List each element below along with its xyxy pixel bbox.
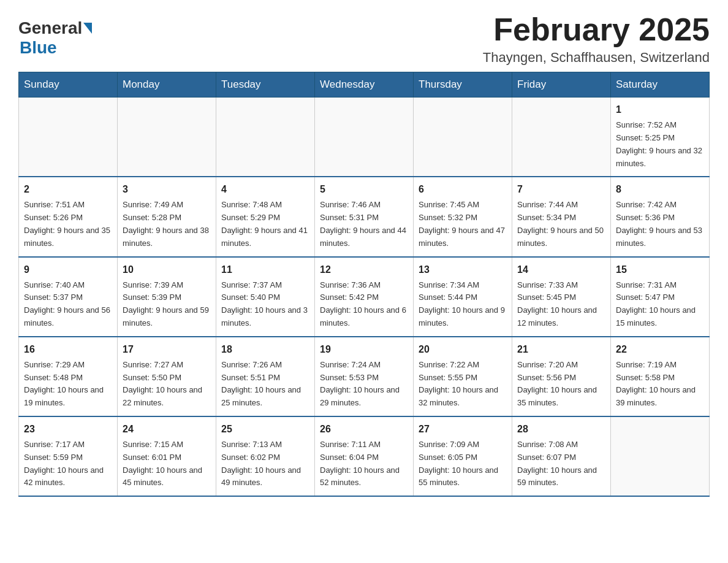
day-sun-info: Sunrise: 7:22 AMSunset: 5:55 PMDaylight:… [419, 359, 507, 410]
day-sun-info: Sunrise: 7:40 AMSunset: 5:37 PMDaylight:… [24, 279, 112, 330]
calendar-week-row: 23Sunrise: 7:17 AMSunset: 5:59 PMDayligh… [19, 416, 710, 496]
day-number: 13 [419, 262, 507, 277]
calendar-day-cell: 21Sunrise: 7:20 AMSunset: 5:56 PMDayligh… [512, 337, 611, 416]
day-number: 23 [24, 422, 112, 437]
calendar-day-cell: 8Sunrise: 7:42 AMSunset: 5:36 PMDaylight… [611, 177, 710, 256]
calendar-week-row: 2Sunrise: 7:51 AMSunset: 5:26 PMDaylight… [19, 177, 710, 256]
day-of-week-header: Friday [512, 72, 611, 98]
day-sun-info: Sunrise: 7:39 AMSunset: 5:39 PMDaylight:… [123, 279, 211, 330]
day-sun-info: Sunrise: 7:34 AMSunset: 5:44 PMDaylight:… [419, 279, 507, 330]
day-sun-info: Sunrise: 7:08 AMSunset: 6:07 PMDaylight:… [517, 439, 605, 489]
calendar-day-cell: 1Sunrise: 7:52 AMSunset: 5:25 PMDaylight… [611, 98, 710, 177]
day-sun-info: Sunrise: 7:13 AMSunset: 6:02 PMDaylight:… [221, 439, 309, 489]
day-number: 4 [221, 182, 309, 197]
day-number: 12 [320, 262, 408, 277]
calendar-day-cell: 16Sunrise: 7:29 AMSunset: 5:48 PMDayligh… [19, 337, 118, 416]
day-number: 16 [24, 342, 112, 357]
calendar-day-cell: 12Sunrise: 7:36 AMSunset: 5:42 PMDayligh… [315, 257, 414, 337]
day-sun-info: Sunrise: 7:52 AMSunset: 5:25 PMDaylight:… [616, 119, 704, 170]
day-of-week-header: Monday [118, 72, 216, 98]
day-sun-info: Sunrise: 7:20 AMSunset: 5:56 PMDaylight:… [517, 359, 605, 410]
day-number: 22 [616, 342, 704, 357]
logo: General Blue [18, 18, 92, 58]
day-sun-info: Sunrise: 7:37 AMSunset: 5:40 PMDaylight:… [221, 279, 309, 330]
calendar-day-cell [611, 416, 710, 496]
calendar-day-cell: 9Sunrise: 7:40 AMSunset: 5:37 PMDaylight… [19, 257, 118, 337]
day-number: 20 [419, 342, 507, 357]
calendar-day-cell [118, 98, 216, 177]
day-sun-info: Sunrise: 7:46 AMSunset: 5:31 PMDaylight:… [320, 199, 408, 250]
day-sun-info: Sunrise: 7:26 AMSunset: 5:51 PMDaylight:… [221, 359, 309, 410]
page-header: General Blue February 2025 Thayngen, Sch… [18, 12, 710, 66]
day-number: 1 [616, 102, 704, 117]
day-sun-info: Sunrise: 7:33 AMSunset: 5:45 PMDaylight:… [517, 279, 605, 330]
calendar-day-cell: 15Sunrise: 7:31 AMSunset: 5:47 PMDayligh… [611, 257, 710, 337]
day-sun-info: Sunrise: 7:09 AMSunset: 6:05 PMDaylight:… [419, 439, 507, 489]
day-sun-info: Sunrise: 7:19 AMSunset: 5:58 PMDaylight:… [616, 359, 704, 410]
day-number: 15 [616, 262, 704, 277]
day-of-week-header: Sunday [19, 72, 118, 98]
calendar-day-cell: 17Sunrise: 7:27 AMSunset: 5:50 PMDayligh… [118, 337, 216, 416]
day-of-week-header: Thursday [414, 72, 512, 98]
logo-general-text: General [18, 18, 82, 38]
day-number: 28 [517, 422, 605, 437]
calendar-day-cell [19, 98, 118, 177]
day-sun-info: Sunrise: 7:15 AMSunset: 6:01 PMDaylight:… [123, 439, 211, 489]
calendar-day-cell: 10Sunrise: 7:39 AMSunset: 5:39 PMDayligh… [118, 257, 216, 337]
day-sun-info: Sunrise: 7:48 AMSunset: 5:29 PMDaylight:… [221, 199, 309, 250]
day-number: 18 [221, 342, 309, 357]
day-number: 11 [221, 262, 309, 277]
logo-blue-text: Blue [20, 38, 57, 58]
day-number: 5 [320, 182, 408, 197]
calendar-day-cell: 27Sunrise: 7:09 AMSunset: 6:05 PMDayligh… [414, 416, 512, 496]
day-number: 10 [123, 262, 211, 277]
calendar-day-cell: 20Sunrise: 7:22 AMSunset: 5:55 PMDayligh… [414, 337, 512, 416]
calendar-table: SundayMondayTuesdayWednesdayThursdayFrid… [18, 72, 710, 497]
day-number: 21 [517, 342, 605, 357]
day-number: 25 [221, 422, 309, 437]
calendar-week-row: 16Sunrise: 7:29 AMSunset: 5:48 PMDayligh… [19, 337, 710, 416]
day-of-week-header: Tuesday [216, 72, 315, 98]
day-sun-info: Sunrise: 7:44 AMSunset: 5:34 PMDaylight:… [517, 199, 605, 250]
day-sun-info: Sunrise: 7:24 AMSunset: 5:53 PMDaylight:… [320, 359, 408, 410]
day-sun-info: Sunrise: 7:51 AMSunset: 5:26 PMDaylight:… [24, 199, 112, 250]
day-sun-info: Sunrise: 7:31 AMSunset: 5:47 PMDaylight:… [616, 279, 704, 330]
calendar-day-cell: 13Sunrise: 7:34 AMSunset: 5:44 PMDayligh… [414, 257, 512, 337]
day-sun-info: Sunrise: 7:29 AMSunset: 5:48 PMDaylight:… [24, 359, 112, 410]
day-number: 19 [320, 342, 408, 357]
calendar-day-cell: 2Sunrise: 7:51 AMSunset: 5:26 PMDaylight… [19, 177, 118, 256]
day-sun-info: Sunrise: 7:27 AMSunset: 5:50 PMDaylight:… [123, 359, 211, 410]
calendar-day-cell: 5Sunrise: 7:46 AMSunset: 5:31 PMDaylight… [315, 177, 414, 256]
calendar-day-cell [512, 98, 611, 177]
calendar-day-cell: 25Sunrise: 7:13 AMSunset: 6:02 PMDayligh… [216, 416, 315, 496]
calendar-week-row: 1Sunrise: 7:52 AMSunset: 5:25 PMDaylight… [19, 98, 710, 177]
day-sun-info: Sunrise: 7:36 AMSunset: 5:42 PMDaylight:… [320, 279, 408, 330]
day-number: 9 [24, 262, 112, 277]
calendar-week-row: 9Sunrise: 7:40 AMSunset: 5:37 PMDaylight… [19, 257, 710, 337]
month-title: February 2025 [483, 12, 710, 47]
day-number: 27 [419, 422, 507, 437]
day-number: 2 [24, 182, 112, 197]
calendar-day-cell: 22Sunrise: 7:19 AMSunset: 5:58 PMDayligh… [611, 337, 710, 416]
day-number: 14 [517, 262, 605, 277]
calendar-day-cell: 24Sunrise: 7:15 AMSunset: 6:01 PMDayligh… [118, 416, 216, 496]
calendar-day-cell [315, 98, 414, 177]
day-sun-info: Sunrise: 7:49 AMSunset: 5:28 PMDaylight:… [123, 199, 211, 250]
calendar-day-cell [414, 98, 512, 177]
calendar-day-cell: 14Sunrise: 7:33 AMSunset: 5:45 PMDayligh… [512, 257, 611, 337]
day-sun-info: Sunrise: 7:17 AMSunset: 5:59 PMDaylight:… [24, 439, 112, 489]
calendar-day-cell: 23Sunrise: 7:17 AMSunset: 5:59 PMDayligh… [19, 416, 118, 496]
day-number: 7 [517, 182, 605, 197]
day-sun-info: Sunrise: 7:42 AMSunset: 5:36 PMDaylight:… [616, 199, 704, 250]
calendar-header-row: SundayMondayTuesdayWednesdayThursdayFrid… [19, 72, 710, 98]
location-subtitle: Thayngen, Schaffhausen, Switzerland [483, 50, 710, 66]
day-of-week-header: Saturday [611, 72, 710, 98]
calendar-day-cell: 18Sunrise: 7:26 AMSunset: 5:51 PMDayligh… [216, 337, 315, 416]
day-number: 8 [616, 182, 704, 197]
logo-arrow-icon [83, 23, 92, 34]
day-of-week-header: Wednesday [315, 72, 414, 98]
day-number: 17 [123, 342, 211, 357]
calendar-day-cell: 4Sunrise: 7:48 AMSunset: 5:29 PMDaylight… [216, 177, 315, 256]
calendar-day-cell: 28Sunrise: 7:08 AMSunset: 6:07 PMDayligh… [512, 416, 611, 496]
calendar-day-cell: 7Sunrise: 7:44 AMSunset: 5:34 PMDaylight… [512, 177, 611, 256]
